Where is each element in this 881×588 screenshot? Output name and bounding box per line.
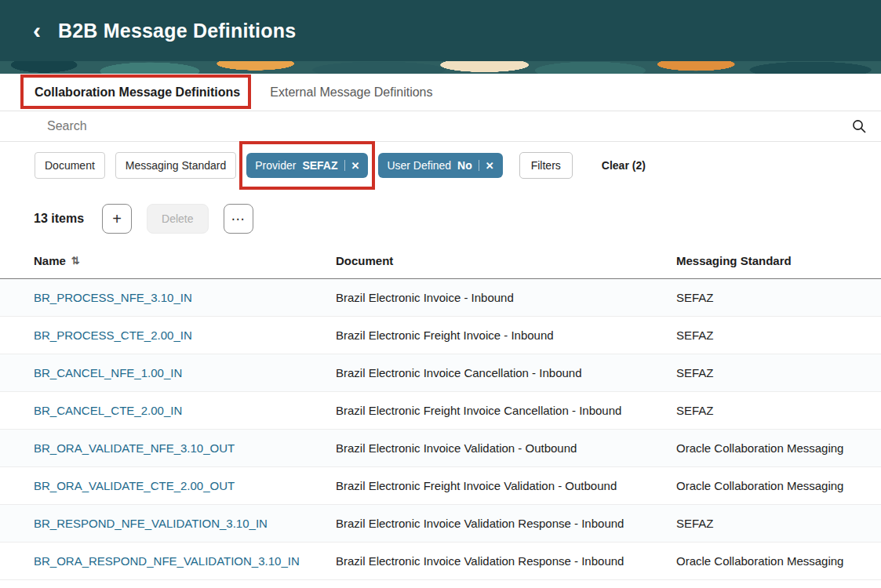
name-cell: BR_CANCEL_CTE_2.00_IN	[34, 404, 336, 417]
table-row: BR_RESPOND_NFE_VALIDATION_3.10_IN Brazil…	[0, 505, 881, 543]
column-header-name: Name ⇅	[34, 254, 336, 267]
message-definition-link[interactable]: BR_CANCEL_NFE_1.00_IN	[34, 366, 182, 379]
tab-label: External Message Definitions	[270, 85, 432, 99]
message-definition-link[interactable]: BR_PROCESS_CTE_2.00_IN	[34, 328, 192, 342]
table-row: BR_ORA_VALIDATE_CTE_2.00_OUT Brazil Elec…	[0, 467, 881, 505]
decorative-banner	[0, 61, 881, 74]
delete-button[interactable]: Delete	[147, 204, 208, 234]
table-body: BR_PROCESS_NFE_3.10_IN Brazil Electronic…	[0, 279, 881, 580]
table-row: BR_ORA_VALIDATE_NFE_3.10_OUT Brazil Elec…	[0, 430, 881, 467]
document-cell: Brazil Electronic Freight Invoice - Inbo…	[336, 328, 676, 342]
back-icon[interactable]: ‹	[30, 19, 44, 42]
more-actions-button[interactable]: ⋯	[224, 204, 253, 234]
message-definition-link[interactable]: BR_CANCEL_CTE_2.00_IN	[34, 404, 182, 417]
message-definition-link[interactable]: BR_RESPOND_NFE_VALIDATION_3.10_IN	[34, 517, 268, 530]
table-header-row: Name ⇅ Document Messaging Standard	[0, 254, 881, 279]
name-cell: BR_ORA_VALIDATE_CTE_2.00_OUT	[34, 479, 336, 492]
sort-icon[interactable]: ⇅	[71, 255, 80, 267]
messaging-standard-cell: Oracle Collaboration Messaging	[676, 479, 881, 492]
table-row: BR_ORA_RESPOND_NFE_VALIDATION_3.10_IN Br…	[0, 543, 881, 580]
message-definition-link[interactable]: BR_ORA_VALIDATE_NFE_3.10_OUT	[34, 441, 235, 455]
document-cell: Brazil Electronic Invoice Validation - O…	[336, 441, 676, 455]
table-row: BR_PROCESS_NFE_3.10_IN Brazil Electronic…	[0, 279, 881, 317]
tab-label: Collaboration Message Definitions	[35, 85, 240, 99]
name-cell: BR_PROCESS_CTE_2.00_IN	[34, 328, 336, 342]
search-bar	[0, 111, 881, 142]
document-cell: Brazil Electronic Freight Invoice Cancel…	[336, 404, 676, 417]
filters-button[interactable]: Filters	[519, 152, 573, 179]
table-row: BR_CANCEL_NFE_1.00_IN Brazil Electronic …	[0, 354, 881, 392]
user-defined-filter-chip[interactable]: User Defined No ✕	[378, 153, 502, 178]
messaging-standard-filter-chip[interactable]: Messaging Standard	[115, 152, 236, 179]
app-header: ‹ B2B Message Definitions	[0, 0, 881, 61]
document-cell: Brazil Electronic Freight Invoice Valida…	[336, 479, 676, 492]
column-header-messaging-standard: Messaging Standard	[676, 254, 881, 267]
name-cell: BR_PROCESS_NFE_3.10_IN	[34, 291, 336, 304]
chip-label: Provider	[255, 159, 296, 172]
clear-filters-button[interactable]: Clear (2)	[602, 159, 646, 172]
tab-bar: Collaboration Message Definitions Extern…	[0, 74, 881, 111]
message-definition-link[interactable]: BR_ORA_RESPOND_NFE_VALIDATION_3.10_IN	[34, 554, 300, 568]
column-header-document: Document	[336, 254, 676, 267]
chip-divider	[344, 160, 345, 171]
document-filter-chip[interactable]: Document	[35, 152, 105, 179]
chip-divider	[479, 160, 479, 171]
messaging-standard-cell: SEFAZ	[676, 517, 881, 530]
document-cell: Brazil Electronic Invoice Validation Res…	[336, 554, 676, 568]
message-definition-link[interactable]: BR_ORA_VALIDATE_CTE_2.00_OUT	[34, 479, 235, 492]
search-input[interactable]	[47, 119, 851, 133]
messaging-standard-cell: SEFAZ	[676, 404, 881, 417]
name-cell: BR_ORA_RESPOND_NFE_VALIDATION_3.10_IN	[34, 554, 336, 568]
document-cell: Brazil Electronic Invoice Cancellation -…	[336, 366, 676, 379]
b2b-message-definitions-page: ‹ B2B Message Definitions Collaboration …	[0, 0, 881, 588]
table-row: BR_PROCESS_CTE_2.00_IN Brazil Electronic…	[0, 317, 881, 354]
chip-value: SEFAZ	[302, 159, 337, 172]
table-row: BR_CANCEL_CTE_2.00_IN Brazil Electronic …	[0, 392, 881, 430]
search-icon[interactable]	[851, 118, 867, 134]
message-definitions-table: Name ⇅ Document Messaging Standard BR_PR…	[0, 254, 881, 580]
items-count: 13 items	[34, 212, 84, 226]
add-button[interactable]: +	[102, 204, 132, 234]
tab-external-message-definitions[interactable]: External Message Definitions	[270, 85, 432, 100]
messaging-standard-cell: SEFAZ	[676, 366, 881, 379]
provider-filter-chip[interactable]: Provider SEFAZ ✕	[246, 153, 368, 178]
messaging-standard-cell: SEFAZ	[676, 291, 881, 304]
remove-user-defined-filter-icon[interactable]: ✕	[486, 161, 494, 171]
tab-collaboration-message-definitions[interactable]: Collaboration Message Definitions	[35, 85, 240, 100]
filter-chip-row: Document Messaging Standard Provider SEF…	[0, 152, 881, 179]
table-toolbar: 13 items + Delete ⋯	[0, 204, 881, 234]
name-cell: BR_RESPOND_NFE_VALIDATION_3.10_IN	[34, 517, 336, 530]
document-cell: Brazil Electronic Invoice - Inbound	[336, 291, 676, 304]
name-cell: BR_ORA_VALIDATE_NFE_3.10_OUT	[34, 441, 336, 455]
page-title: B2B Message Definitions	[58, 20, 296, 42]
messaging-standard-cell: Oracle Collaboration Messaging	[676, 554, 881, 568]
chip-value: No	[457, 159, 472, 172]
messaging-standard-cell: Oracle Collaboration Messaging	[676, 441, 881, 455]
message-definition-link[interactable]: BR_PROCESS_NFE_3.10_IN	[34, 291, 192, 304]
remove-provider-filter-icon[interactable]: ✕	[351, 161, 360, 171]
document-cell: Brazil Electronic Invoice Validation Res…	[336, 517, 676, 530]
chip-label: User Defined	[387, 159, 451, 172]
name-cell: BR_CANCEL_NFE_1.00_IN	[34, 366, 336, 379]
messaging-standard-cell: SEFAZ	[676, 328, 881, 342]
